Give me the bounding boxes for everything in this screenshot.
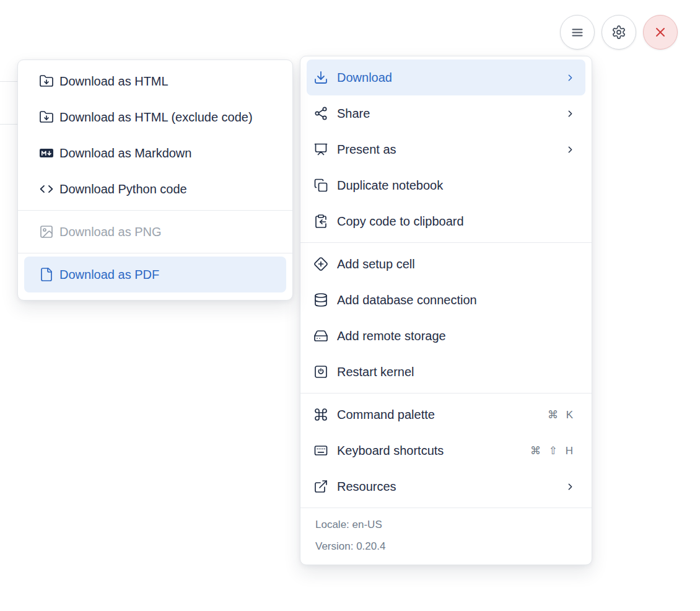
hard-drive-icon [313, 328, 328, 343]
menu-item-label: Copy code to clipboard [337, 214, 575, 229]
submenu-section-pdf: Download as PDF [18, 253, 292, 300]
folder-down-icon [39, 110, 54, 125]
close-button[interactable] [643, 15, 678, 50]
diamond-plus-icon [313, 257, 328, 271]
menu-item-duplicate-notebook[interactable]: Duplicate notebook [307, 167, 585, 203]
power-square-icon [313, 364, 328, 379]
clipboard-copy-icon [313, 214, 328, 229]
menu-item-add-remote-storage[interactable]: Add remote storage [307, 318, 585, 354]
menu-item-label: Present as [337, 143, 556, 157]
menu-item-label: Download Python code [59, 182, 276, 196]
menu-item-download-as-pdf[interactable]: Download as PDF [24, 257, 286, 292]
code-icon [39, 182, 54, 196]
menu-item-download-python-code[interactable]: Download Python code [24, 171, 286, 207]
menu-item-restart-kernel[interactable]: Restart kernel [307, 354, 585, 390]
menu-section-notebook: Add setup cell Add database connection [300, 243, 592, 393]
notebook-menu: Download Share Present [300, 56, 592, 565]
menu-item-label: Download as PDF [59, 268, 276, 282]
page-divider [0, 124, 17, 125]
download-icon [313, 70, 328, 85]
copy-icon [313, 178, 328, 193]
submenu-section-formats: Download as HTML Download as HTML (exclu… [18, 60, 292, 210]
folder-down-icon [39, 74, 54, 89]
menu-item-label: Duplicate notebook [337, 178, 575, 193]
locale-text: Locale: en-US [315, 514, 577, 535]
menu-item-download[interactable]: Download [307, 59, 585, 95]
image-icon [39, 224, 54, 239]
external-link-icon [313, 479, 328, 494]
menu-item-add-database-connection[interactable]: Add database connection [307, 282, 585, 318]
share-icon [313, 106, 328, 121]
keyboard-icon [313, 443, 328, 458]
menu-item-label: Add setup cell [337, 257, 575, 271]
menu-item-label: Download as PNG [59, 225, 276, 239]
menu-item-command-palette[interactable]: Command palette ⌘ K [307, 397, 585, 433]
chevron-right-icon [565, 108, 575, 119]
x-icon [653, 25, 668, 40]
menu-item-label: Add remote storage [337, 329, 575, 343]
menu-section-export: Download Share Present [300, 56, 592, 242]
menu-item-label: Keyboard shortcuts [337, 444, 522, 458]
menu-item-keyboard-shortcuts[interactable]: Keyboard shortcuts ⌘ ⇧ H [307, 433, 585, 468]
menu-item-label: Command palette [337, 408, 539, 422]
submenu-section-png: Download as PNG [18, 211, 292, 253]
menu-item-label: Download [337, 71, 556, 85]
markdown-icon [39, 146, 54, 160]
settings-button[interactable] [602, 15, 636, 50]
shortcut-hint: ⌘ K [548, 408, 575, 421]
menu-section-tools: Command palette ⌘ K Keyboard shortcuts ⌘… [300, 393, 592, 508]
menu-item-share[interactable]: Share [307, 95, 585, 131]
chevron-right-icon [565, 73, 575, 83]
database-icon [313, 292, 328, 307]
version-text: Version: 0.20.4 [315, 535, 577, 557]
menu-item-label: Add database connection [337, 293, 575, 307]
gear-icon [611, 25, 626, 40]
menu-item-resources[interactable]: Resources [307, 468, 585, 504]
menu-item-add-setup-cell[interactable]: Add setup cell [307, 246, 585, 282]
notebook-menu-button[interactable] [560, 15, 595, 50]
menu-item-download-as-png[interactable]: Download as PNG [24, 214, 286, 250]
menu-item-download-as-markdown[interactable]: Download as Markdown [24, 135, 286, 171]
menu-item-download-as-html[interactable]: Download as HTML [24, 63, 286, 99]
menu-footer: Locale: en-US Version: 0.20.4 [300, 508, 592, 565]
file-icon [39, 267, 54, 282]
menu-item-label: Download as HTML (exclude code) [59, 110, 276, 125]
shortcut-hint: ⌘ ⇧ H [530, 444, 575, 457]
download-submenu: Download as HTML Download as HTML (exclu… [17, 59, 293, 301]
menu-item-label: Download as Markdown [59, 146, 276, 160]
menu-item-download-as-html-exclude-code[interactable]: Download as HTML (exclude code) [24, 99, 286, 135]
menu-item-present-as[interactable]: Present as [307, 131, 585, 167]
chevron-right-icon [565, 144, 575, 155]
menu-item-label: Resources [337, 480, 556, 494]
page-divider [0, 81, 17, 82]
menu-item-label: Download as HTML [59, 74, 276, 89]
menu-item-label: Restart kernel [337, 365, 575, 379]
chevron-right-icon [565, 481, 575, 492]
menu-item-copy-code-to-clipboard[interactable]: Copy code to clipboard [307, 203, 585, 239]
hamburger-icon [570, 25, 585, 40]
presentation-icon [313, 142, 328, 157]
command-icon [313, 407, 328, 422]
menu-item-label: Share [337, 107, 556, 121]
